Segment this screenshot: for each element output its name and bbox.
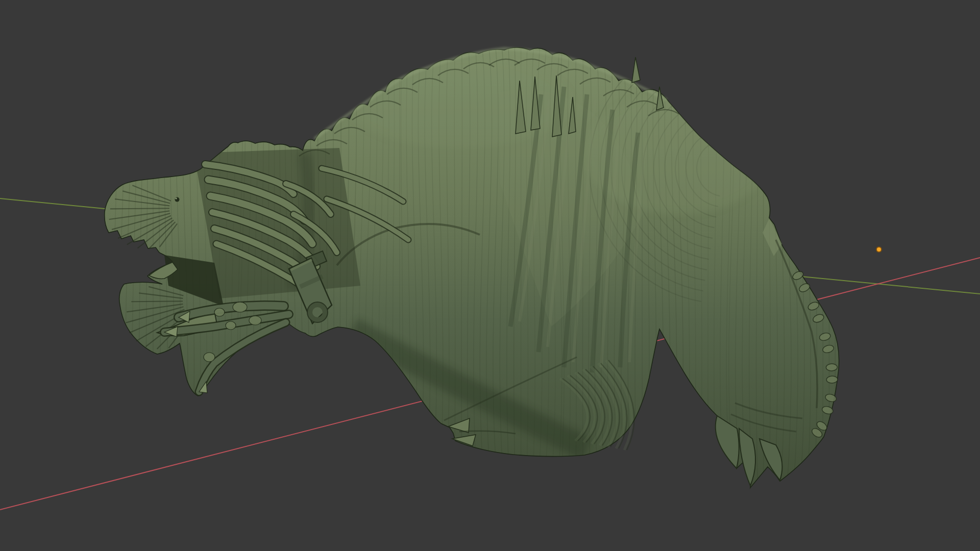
object-origin-dot[interactable] xyxy=(876,247,881,252)
viewport-3d[interactable] xyxy=(0,0,980,551)
eye xyxy=(175,197,180,202)
heel-rib-bump xyxy=(826,376,838,384)
finger-knuckle xyxy=(249,316,261,325)
finger-knuckle xyxy=(204,353,215,362)
finger-knuckle xyxy=(226,321,236,330)
fan-rib xyxy=(131,301,183,302)
finger-knuckle xyxy=(233,302,247,312)
fan-rib xyxy=(110,208,169,209)
viewport-canvas[interactable] xyxy=(0,0,980,551)
finger-knuckle xyxy=(214,308,225,316)
heel-rib-bump xyxy=(826,364,837,371)
eye-glint xyxy=(175,197,177,199)
